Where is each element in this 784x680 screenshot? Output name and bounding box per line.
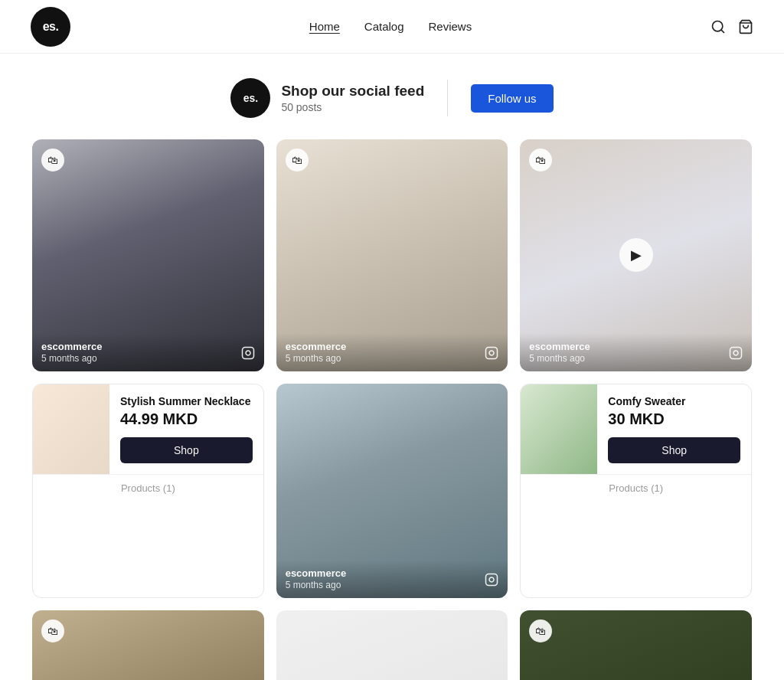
nav-catalog[interactable]: Catalog bbox=[364, 20, 404, 33]
product-thumb-1 bbox=[33, 384, 109, 474]
card-footer-1: escommerce 5 months ago bbox=[32, 333, 264, 371]
svg-rect-3 bbox=[242, 347, 253, 358]
product-footer-1[interactable]: Products (1) bbox=[33, 474, 263, 502]
svg-line-1 bbox=[721, 29, 724, 32]
brand-logo[interactable]: es. bbox=[31, 7, 70, 47]
nav-links: Home Catalog Reviews bbox=[309, 20, 472, 33]
shop-button-2[interactable]: Shop bbox=[608, 437, 740, 463]
product-thumb-2 bbox=[521, 384, 597, 474]
product-price-1: 44.99 MKD bbox=[120, 410, 253, 428]
social-logo: es. bbox=[230, 78, 270, 118]
product-details-2: Comfy Sweater 30 MKD Shop bbox=[597, 384, 751, 474]
photo-card-7[interactable]: 🛍 bbox=[520, 610, 752, 680]
navbar: es. Home Catalog Reviews bbox=[0, 0, 784, 54]
product-card-1: Stylish Summer Necklace 44.99 MKD Shop P… bbox=[32, 384, 264, 598]
brand-logo-text: es. bbox=[43, 20, 59, 34]
card-user-4: escommerce 5 months ago bbox=[286, 567, 347, 590]
social-title: Shop our social feed bbox=[281, 83, 424, 100]
cart-icon bbox=[738, 19, 753, 34]
instagram-icon-3 bbox=[729, 346, 743, 364]
card-footer-4: escommerce 5 months ago bbox=[276, 560, 508, 598]
product-card-2-inner: Comfy Sweater 30 MKD Shop bbox=[521, 384, 751, 474]
search-icon bbox=[710, 19, 726, 34]
shop-icon-5: 🛍 bbox=[41, 620, 64, 642]
instagram-icon-2 bbox=[485, 346, 498, 364]
product-price-2: 30 MKD bbox=[608, 410, 740, 428]
product-name-2: Comfy Sweater bbox=[608, 395, 740, 407]
card-footer-2: escommerce 5 months ago bbox=[276, 333, 508, 371]
social-logo-text: es. bbox=[243, 92, 258, 104]
card-user-2: escommerce 5 months ago bbox=[286, 341, 347, 364]
social-divider bbox=[447, 80, 448, 116]
photo-card-1[interactable]: 🛍 escommerce 5 months ago bbox=[32, 139, 264, 371]
shop-icon-7: 🛍 bbox=[529, 620, 552, 642]
social-posts-count: 50 posts bbox=[281, 101, 424, 113]
card-user-3: escommerce 5 months ago bbox=[529, 341, 590, 364]
shop-icon-2: 🛍 bbox=[286, 149, 309, 172]
product-card-2: Comfy Sweater 30 MKD Shop Products (1) bbox=[520, 384, 752, 598]
nav-icons bbox=[710, 19, 753, 34]
photo-card-5[interactable]: 🛍 bbox=[32, 610, 264, 680]
photo-card-6[interactable] bbox=[276, 610, 508, 680]
social-brand: es. Shop our social feed 50 posts bbox=[230, 78, 424, 118]
instagram-icon-4 bbox=[485, 573, 498, 590]
nav-reviews[interactable]: Reviews bbox=[429, 20, 472, 33]
product-details-1: Stylish Summer Necklace 44.99 MKD Shop bbox=[109, 384, 263, 474]
cart-button[interactable] bbox=[738, 19, 753, 34]
product-card-1-inner: Stylish Summer Necklace 44.99 MKD Shop bbox=[33, 384, 263, 474]
follow-button[interactable]: Follow us bbox=[471, 84, 553, 113]
instagram-icon-1 bbox=[241, 346, 255, 364]
photo-card-4[interactable]: escommerce 5 months ago bbox=[276, 384, 508, 598]
nav-home[interactable]: Home bbox=[309, 20, 340, 33]
svg-rect-7 bbox=[730, 347, 741, 358]
card-footer-3: escommerce 5 months ago bbox=[520, 333, 752, 371]
product-name-1: Stylish Summer Necklace bbox=[120, 395, 253, 407]
photo-card-2[interactable]: 🛍 escommerce 5 months ago bbox=[276, 139, 508, 371]
social-header: es. Shop our social feed 50 posts Follow… bbox=[0, 54, 784, 139]
svg-rect-5 bbox=[486, 347, 498, 358]
shop-button-1[interactable]: Shop bbox=[120, 437, 253, 463]
shop-icon-3: 🛍 bbox=[529, 149, 552, 172]
search-button[interactable] bbox=[710, 19, 726, 34]
svg-rect-9 bbox=[486, 574, 498, 585]
card-user-1: escommerce 5 months ago bbox=[41, 341, 103, 364]
social-info: Shop our social feed 50 posts bbox=[281, 83, 424, 113]
play-icon-3: ▶ bbox=[619, 238, 653, 272]
shop-icon-1: 🛍 bbox=[41, 149, 64, 172]
product-footer-2[interactable]: Products (1) bbox=[521, 474, 751, 502]
social-grid: 🛍 escommerce 5 months ago 🛍 escommerce 5… bbox=[17, 139, 767, 680]
photo-card-3[interactable]: 🛍 ▶ escommerce 5 months ago bbox=[520, 139, 752, 371]
